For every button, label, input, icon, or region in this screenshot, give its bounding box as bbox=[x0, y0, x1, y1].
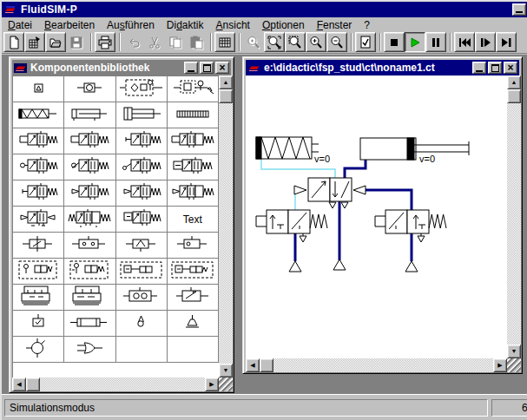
component-3-2-pilot-valve-no[interactable] bbox=[116, 180, 168, 207]
print-button[interactable] bbox=[95, 32, 115, 52]
component-air-service-unit-detailed[interactable] bbox=[116, 76, 168, 102]
circuit-scroll-down-button[interactable]: ▼ bbox=[507, 345, 521, 358]
new-circuit-button[interactable] bbox=[24, 32, 45, 52]
component-sequencer-module[interactable] bbox=[13, 285, 64, 311]
circuit-scroll-left-button[interactable]: ◀ bbox=[246, 358, 260, 372]
component-3-2-way-valve-spring-nc[interactable] bbox=[64, 128, 115, 154]
component-text-label[interactable]: Text bbox=[168, 207, 219, 233]
menu-optionen[interactable]: Optionen bbox=[256, 18, 311, 32]
component-throttle-assembly-2[interactable] bbox=[64, 259, 115, 285]
circuit-resize-grip[interactable] bbox=[507, 358, 521, 372]
library-titlebar[interactable]: Komponentenbibliothek × bbox=[12, 60, 231, 75]
component-3-2-roller-lever-valve[interactable] bbox=[116, 154, 168, 180]
menu-fenster[interactable]: Fenster bbox=[311, 18, 359, 32]
sequencer-module-2-icon bbox=[65, 285, 114, 310]
component-3-2-way-valve-spring-no[interactable] bbox=[116, 128, 168, 154]
library-resize-grip[interactable] bbox=[219, 377, 233, 391]
component-sequencer-module-2[interactable] bbox=[64, 285, 115, 311]
circuit-minimize-button[interactable] bbox=[472, 62, 486, 74]
component-suction-cup[interactable] bbox=[168, 311, 219, 337]
component-one-way-flow-control[interactable] bbox=[13, 233, 64, 259]
impulse-valve-5-2[interactable] bbox=[294, 178, 366, 208]
component-air-reservoir[interactable] bbox=[64, 311, 115, 337]
menu-didaktik[interactable]: Didaktik bbox=[161, 18, 210, 32]
component-quick-exhaust-valve[interactable] bbox=[116, 233, 168, 259]
library-scroll-up-button[interactable]: ▲ bbox=[219, 75, 233, 89]
component-air-service-unit[interactable] bbox=[64, 76, 115, 102]
play-button[interactable] bbox=[405, 32, 425, 52]
component-5-2-way-valve-spring[interactable] bbox=[168, 128, 219, 154]
component-5-2-double-pilot-valve[interactable] bbox=[13, 207, 64, 233]
component-valve-assembly[interactable] bbox=[116, 259, 168, 285]
circuit-titlebar[interactable]: e:\didactic\fsp_stud\ct\noname1.ct × bbox=[246, 60, 519, 75]
component-3-2-pneumatic-valve[interactable] bbox=[13, 180, 64, 207]
menu-ansicht[interactable]: Ansicht bbox=[210, 18, 256, 32]
library-hscrollbar-track[interactable] bbox=[12, 377, 219, 391]
component-3-2-way-valve-spring[interactable] bbox=[13, 128, 64, 154]
zoom-fit-button[interactable] bbox=[264, 32, 285, 52]
air-supply-symbols[interactable] bbox=[289, 259, 418, 272]
stop-button[interactable] bbox=[384, 32, 405, 52]
component-valve-assembly-spring[interactable] bbox=[168, 259, 219, 285]
reset-button[interactable] bbox=[454, 32, 475, 52]
menu-ausfuehren[interactable]: Ausführen bbox=[101, 18, 161, 32]
circuit-close-button[interactable]: × bbox=[504, 62, 517, 74]
component-nozzle[interactable] bbox=[116, 311, 168, 337]
pause-button[interactable] bbox=[425, 32, 446, 52]
minimize-button[interactable] bbox=[512, 3, 526, 16]
open-button[interactable] bbox=[45, 32, 66, 52]
circuit-vscrollbar-thumb[interactable] bbox=[507, 89, 521, 103]
menu-bearbeiten[interactable]: Bearbeiten bbox=[38, 18, 101, 32]
component-timer[interactable] bbox=[13, 311, 64, 337]
library-scroll-left-button[interactable]: ◀ bbox=[12, 377, 26, 391]
circuit-maximize-button[interactable] bbox=[488, 62, 502, 74]
component-preset-counter[interactable] bbox=[116, 285, 168, 311]
component-throttle-assembly[interactable] bbox=[13, 259, 64, 285]
component-vacuum-generator[interactable] bbox=[13, 337, 64, 363]
menu-hilfe[interactable]: ? bbox=[358, 18, 376, 32]
library-hscrollbar-thumb[interactable] bbox=[26, 377, 40, 391]
component-3-2-valve-with-pilot-box[interactable] bbox=[116, 207, 168, 233]
menu-datei[interactable]: Datei bbox=[2, 18, 38, 32]
component-3-2-roller-valve-no[interactable] bbox=[64, 154, 115, 180]
circuit-hscrollbar-track[interactable] bbox=[246, 358, 507, 372]
library-vscrollbar-thumb[interactable] bbox=[219, 89, 233, 103]
circuit-canvas[interactable]: v=0 v=0 bbox=[246, 75, 507, 358]
zoom-rect-button[interactable] bbox=[285, 32, 306, 52]
component-shuttle-valve[interactable] bbox=[168, 233, 219, 259]
sim-to-change-button[interactable] bbox=[496, 32, 517, 52]
circuit-hscrollbar-thumb[interactable] bbox=[260, 358, 273, 372]
component-single-acting-cylinder[interactable] bbox=[13, 102, 64, 128]
single-step-button[interactable] bbox=[475, 32, 496, 52]
library-minimize-button[interactable] bbox=[184, 62, 198, 74]
component-double-acting-cylinder[interactable] bbox=[64, 102, 115, 128]
library-maximize-button[interactable] bbox=[200, 62, 214, 74]
library-close-button[interactable]: × bbox=[215, 62, 229, 74]
library-vscrollbar-track[interactable] bbox=[219, 75, 233, 377]
left-3-2-valve[interactable] bbox=[256, 210, 327, 242]
component-pressure-sequence-valve[interactable] bbox=[168, 285, 219, 311]
component-distance-rule[interactable] bbox=[168, 102, 219, 128]
component-3-2-roller-valve[interactable] bbox=[13, 154, 64, 180]
library-scroll-down-button[interactable]: ▼ bbox=[219, 364, 233, 377]
zoom-in-button[interactable] bbox=[306, 32, 326, 52]
component-compressed-air-supply[interactable] bbox=[13, 76, 64, 102]
new-button[interactable] bbox=[3, 32, 24, 52]
circuit-scroll-up-button[interactable]: ▲ bbox=[507, 75, 521, 89]
component-cylinder-with-cushioning[interactable] bbox=[116, 102, 168, 128]
component-4-2-way-valve[interactable] bbox=[168, 154, 219, 180]
circuit-check-button[interactable] bbox=[355, 32, 376, 52]
circuit-scroll-right-button[interactable]: ▶ bbox=[493, 358, 507, 372]
single-acting-cylinder[interactable] bbox=[256, 137, 319, 159]
component-5-3-way-valve[interactable] bbox=[64, 207, 115, 233]
component-5-2-pilot-valve[interactable] bbox=[168, 180, 219, 207]
component-filter-regulator[interactable] bbox=[168, 76, 219, 102]
component-function-element[interactable] bbox=[64, 337, 115, 363]
library-scroll-right-button[interactable]: ▶ bbox=[205, 377, 219, 391]
component-two-pressure-valve[interactable] bbox=[64, 233, 115, 259]
circuit-vscrollbar-track[interactable] bbox=[507, 75, 521, 358]
grid-button[interactable] bbox=[214, 32, 235, 52]
zoom-out-button[interactable] bbox=[326, 32, 347, 52]
component-3-2-pilot-valve[interactable] bbox=[64, 180, 115, 207]
double-acting-cylinder[interactable] bbox=[360, 138, 469, 160]
